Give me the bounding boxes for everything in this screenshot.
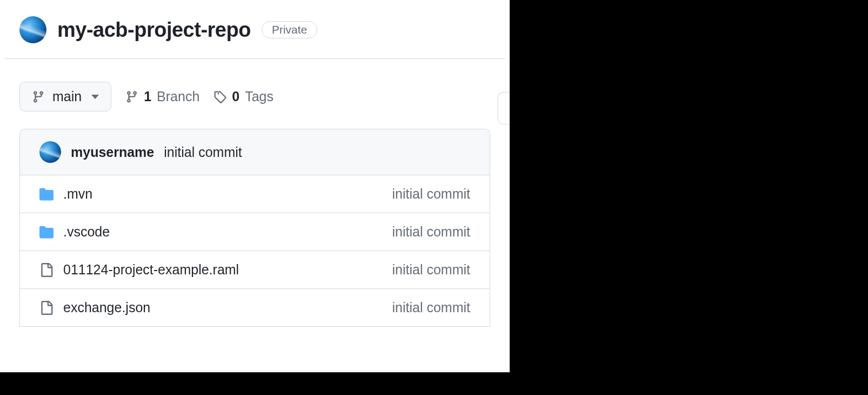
tag-count: 0 <box>232 89 239 104</box>
branches-link[interactable]: 1 Branch <box>125 89 199 104</box>
table-row[interactable]: .mvn initial commit <box>20 175 490 213</box>
branch-selector-label: main <box>52 89 82 104</box>
file-commit-message[interactable]: initial commit <box>392 186 470 202</box>
branch-count: 1 <box>144 89 151 104</box>
repo-toolbar: main 1 Branch 0 Tags <box>0 59 510 129</box>
tag-icon <box>213 90 226 103</box>
file-icon <box>39 301 54 315</box>
file-icon <box>39 263 54 277</box>
tags-link[interactable]: 0 Tags <box>213 89 273 104</box>
table-row[interactable]: .vscode initial commit <box>20 213 490 251</box>
tag-label: Tags <box>245 89 273 104</box>
repo-avatar[interactable] <box>19 16 46 43</box>
file-commit-message[interactable]: initial commit <box>392 300 470 315</box>
latest-commit-message[interactable]: initial commit <box>164 144 242 160</box>
file-name[interactable]: 011124-project-example.raml <box>63 262 239 278</box>
cut-off-button[interactable] <box>498 92 510 124</box>
file-panel: myusername initial commit .mvn initial c… <box>19 129 490 327</box>
visibility-badge: Private <box>262 21 317 38</box>
file-name[interactable]: .vscode <box>63 224 110 240</box>
folder-icon <box>39 187 54 201</box>
committer-username[interactable]: myusername <box>71 144 154 160</box>
git-branch-icon <box>125 90 138 103</box>
table-row[interactable]: 011124-project-example.raml initial comm… <box>20 251 490 289</box>
latest-commit-row[interactable]: myusername initial commit <box>20 129 490 175</box>
branch-selector[interactable]: main <box>19 82 111 111</box>
file-name[interactable]: .mvn <box>63 186 92 202</box>
git-branch-icon <box>32 90 45 103</box>
caret-down-icon <box>91 95 99 99</box>
branch-label: Branch <box>157 89 199 104</box>
repo-header: my-acb-project-repo Private <box>0 0 510 58</box>
file-commit-message[interactable]: initial commit <box>392 262 470 278</box>
table-row[interactable]: exchange.json initial commit <box>20 289 490 327</box>
file-name[interactable]: exchange.json <box>63 300 150 315</box>
file-commit-message[interactable]: initial commit <box>392 224 470 240</box>
folder-icon <box>39 225 54 239</box>
committer-avatar[interactable] <box>39 141 61 163</box>
repo-name[interactable]: my-acb-project-repo <box>57 18 251 42</box>
